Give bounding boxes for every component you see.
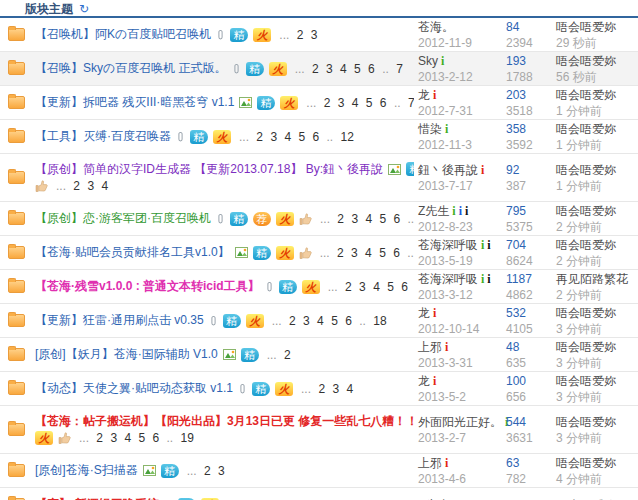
page-link[interactable]: 6	[345, 314, 352, 328]
page-link[interactable]: 6	[393, 246, 400, 260]
page-link[interactable]: 6	[401, 280, 408, 294]
page-link[interactable]: 2	[289, 314, 296, 328]
last-reply-time-link[interactable]: 3 分钟前	[556, 390, 602, 404]
thread-author-link[interactable]: 苍海深呼吸	[418, 272, 478, 286]
thread-author-link[interactable]: 龙	[418, 306, 430, 320]
page-link[interactable]: 4	[317, 314, 324, 328]
thread-title-link[interactable]: 【苍海·残雪v1.0.0 : 普通文本转icid工具】	[35, 278, 260, 295]
page-link[interactable]: 4	[101, 179, 108, 193]
thread-author-link[interactable]: 上邪	[418, 340, 442, 354]
page-link[interactable]: 7	[408, 96, 414, 110]
page-link[interactable]: 4	[373, 280, 380, 294]
last-reply-user-link[interactable]: 唔会唔爱妳	[556, 415, 616, 429]
last-reply-user-link[interactable]: 唔会唔爱妳	[556, 204, 616, 218]
refresh-icon[interactable]: ↻	[79, 2, 89, 16]
thread-author-link[interactable]: 外面阳光正好。	[418, 415, 502, 429]
thread-title-link[interactable]: [原创]苍海·S扫描器	[35, 462, 138, 479]
last-reply-user-link[interactable]: 唔会唔爱妳	[556, 238, 616, 252]
page-link[interactable]: 3	[332, 382, 339, 396]
thread-title-link[interactable]: 【更新】狂雷·通用刷点击 v0.35	[35, 312, 204, 329]
thread-title-link[interactable]: 【苍海：帖子搬运机】【阳光出品】3月13日已更 修复一些乱七八糟！！	[35, 413, 414, 430]
page-link[interactable]: 3	[218, 464, 225, 478]
last-reply-user-link[interactable]: 唔会唔爱妳	[556, 340, 616, 354]
last-reply-user-link[interactable]: 唔会唔爱妳	[556, 122, 616, 136]
page-link[interactable]: 4	[346, 382, 353, 396]
last-reply-time-link[interactable]: 1 分钟前	[556, 104, 602, 118]
thread-title-link[interactable]: 【召唤】Skyの百度召唤机 正式版。	[35, 60, 227, 77]
page-link[interactable]: 3	[270, 130, 277, 144]
thread-title-link[interactable]: 【更新】拆吧器 残灭III·暗黑苍穹 v1.1	[35, 94, 234, 111]
last-reply-user-link[interactable]: 唔会唔爱妳	[556, 163, 616, 177]
page-link[interactable]: 6	[368, 62, 375, 76]
page-link[interactable]: 4	[340, 62, 347, 76]
thread-author-link[interactable]: 惜染	[418, 122, 442, 136]
page-link[interactable]: 5	[354, 62, 361, 76]
page-link[interactable]: 3	[338, 96, 345, 110]
thread-title-link[interactable]: 【苍海·贴吧会员贡献排名工具v1.0】	[35, 244, 230, 261]
page-link[interactable]: 5	[387, 280, 394, 294]
page-link[interactable]: 2	[256, 130, 263, 144]
last-reply-time-link[interactable]: 3 分钟前	[556, 322, 602, 336]
page-link[interactable]: 3	[87, 179, 94, 193]
page-link[interactable]: 3	[303, 314, 310, 328]
page-link[interactable]: 19	[181, 431, 194, 445]
page-link[interactable]: 12	[341, 130, 354, 144]
page-link[interactable]: 5	[331, 314, 338, 328]
page-link[interactable]: 3	[359, 280, 366, 294]
last-reply-time-link[interactable]: 2 分钟前	[556, 220, 602, 234]
last-reply-user-link[interactable]: 唔会唔爱妳	[556, 20, 616, 34]
thread-author-link[interactable]: 苍海深呼吸	[418, 238, 478, 252]
page-link[interactable]: 4	[352, 96, 359, 110]
page-link[interactable]: 5	[379, 212, 386, 226]
thread-author-link[interactable]: 上邪	[418, 456, 442, 470]
page-link[interactable]: 4	[365, 246, 372, 260]
last-reply-time-link[interactable]: 2 分钟前	[556, 288, 602, 302]
page-link[interactable]: 5	[366, 96, 373, 110]
page-link[interactable]: 6	[393, 212, 400, 226]
page-link[interactable]: 2	[204, 464, 211, 478]
last-reply-user-link[interactable]: 再见陌路繁花	[556, 272, 628, 286]
last-reply-time-link[interactable]: 3 分钟前	[556, 431, 602, 445]
page-link[interactable]: 3	[351, 246, 358, 260]
last-reply-time-link[interactable]: 1 分钟前	[556, 138, 602, 152]
thread-author-link[interactable]: Sky	[418, 54, 438, 68]
last-reply-user-link[interactable]: 唔会唔爱妳	[556, 456, 616, 470]
page-link[interactable]: 6	[380, 96, 387, 110]
page-link[interactable]: 2	[284, 348, 291, 362]
last-reply-time-link[interactable]: 2 分钟前	[556, 254, 602, 268]
thread-title-link[interactable]: 【工具】灭缚·百度召唤器	[35, 128, 171, 145]
thread-title-link[interactable]: 【恋】·新逻辑召唤系统	[35, 496, 159, 500]
page-link[interactable]: 2	[337, 212, 344, 226]
page-link[interactable]: 4	[365, 212, 372, 226]
thread-author-link[interactable]: 龙	[418, 88, 430, 102]
page-link[interactable]: 2	[318, 382, 325, 396]
page-link[interactable]: 5	[298, 130, 305, 144]
last-reply-time-link[interactable]: 3 分钟前	[556, 356, 602, 370]
thread-title-link[interactable]: 【召唤机】阿Kの百度贴吧召唤机	[35, 26, 211, 43]
page-link[interactable]: 4	[284, 130, 291, 144]
last-reply-user-link[interactable]: 唔会唔爱妳	[556, 54, 616, 68]
thread-author-link[interactable]: 苍海。	[418, 20, 454, 34]
last-reply-user-link[interactable]: 唔会唔爱妳	[556, 306, 616, 320]
page-link[interactable]: 4	[124, 431, 131, 445]
last-reply-time-link[interactable]: 29 秒前	[556, 36, 597, 50]
page-link[interactable]: 3	[311, 28, 318, 42]
page-link[interactable]: 2	[297, 28, 304, 42]
page-link[interactable]: 2	[312, 62, 319, 76]
page-link[interactable]: 2	[96, 431, 103, 445]
page-link[interactable]: 6	[152, 431, 159, 445]
page-link[interactable]: 2	[324, 96, 331, 110]
thread-title-link[interactable]: [原创]【妖月】苍海·国际辅助 V1.0	[35, 346, 218, 363]
page-link[interactable]: 5	[379, 246, 386, 260]
page-link[interactable]: 3	[351, 212, 358, 226]
last-reply-user-link[interactable]: 唔会唔爱妳	[556, 88, 616, 102]
last-reply-time-link[interactable]: 56 秒前	[556, 70, 597, 84]
page-link[interactable]: 3	[110, 431, 117, 445]
thread-author-link[interactable]: 龙	[418, 374, 430, 388]
page-link[interactable]: 2	[345, 280, 352, 294]
thread-title-link[interactable]: 【原创】简单的汉字ID生成器 【更新2013.07.18】 By:鈕丶後再說	[35, 161, 383, 178]
last-reply-time-link[interactable]: 1 分钟前	[556, 179, 602, 193]
page-link[interactable]: 7	[396, 62, 403, 76]
page-link[interactable]: 3	[326, 62, 333, 76]
page-link[interactable]: 2	[73, 179, 80, 193]
